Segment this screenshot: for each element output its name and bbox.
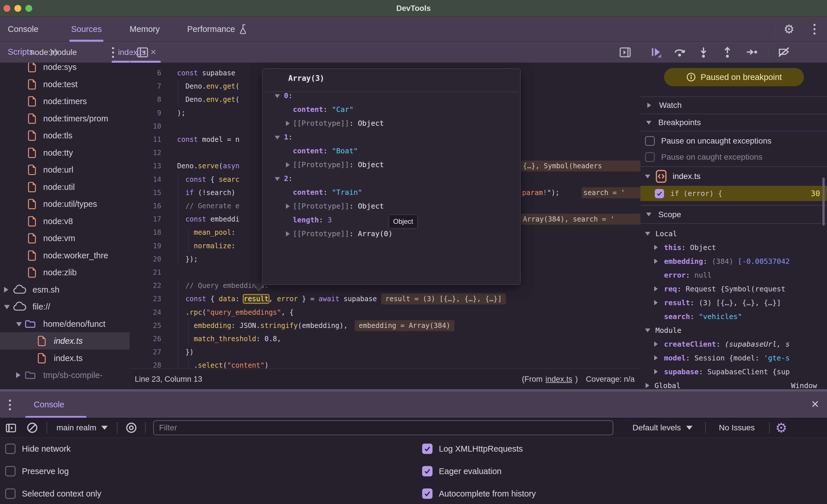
tree-item-node-timers-prom[interactable]: node:timers/prom xyxy=(0,110,130,127)
console-setting-eager-evaluation[interactable]: Eager evaluation xyxy=(422,465,502,477)
popup-row[interactable]: [[Prototype]]: Array(0) xyxy=(262,227,520,241)
breakpoint-checkbox[interactable] xyxy=(655,189,664,198)
collapsed-arrow-icon[interactable] xyxy=(16,372,20,378)
clear-console-icon[interactable] xyxy=(26,422,39,434)
checkbox[interactable] xyxy=(5,489,15,499)
tab-scripts[interactable]: Scripts xyxy=(8,47,34,57)
resume-icon[interactable] xyxy=(649,46,662,59)
close-drawer-icon[interactable]: × xyxy=(811,392,819,418)
expanded-arrow-icon[interactable] xyxy=(16,322,22,327)
expanded-arrow-icon[interactable] xyxy=(275,94,280,98)
scope-group-global[interactable]: GlobalWindow xyxy=(640,379,827,389)
checkbox[interactable] xyxy=(422,444,433,454)
line-number[interactable]: 28 xyxy=(130,359,161,369)
tree-item-node-v8[interactable]: node:v8 xyxy=(0,213,130,230)
section-watch[interactable]: Watch xyxy=(640,97,827,114)
line-number[interactable]: 8 xyxy=(130,93,161,106)
line-number[interactable]: 17 xyxy=(130,213,161,226)
line-number[interactable]: 11 xyxy=(130,133,161,146)
tab-memory[interactable]: Memory xyxy=(130,17,160,42)
collapsed-arrow-icon[interactable] xyxy=(654,341,658,347)
tree-item-index.ts[interactable]: index.ts xyxy=(0,349,130,367)
expanded-arrow-icon[interactable] xyxy=(275,177,280,181)
scope-var-createClient[interactable]: createClient: (supabaseUrl, s xyxy=(640,337,827,351)
tab-console-drawer[interactable]: Console xyxy=(34,392,64,418)
tab-performance[interactable]: Performance xyxy=(187,17,249,42)
code-line-25[interactable]: 25 embedding: JSON.stringify(embedding),… xyxy=(130,319,640,332)
tree-item-node-util[interactable]: node:util xyxy=(0,178,130,195)
editor-tab-node-module[interactable]: node:module xyxy=(30,42,77,63)
collapsed-arrow-icon[interactable] xyxy=(286,231,290,236)
console-filter-input[interactable] xyxy=(153,420,613,435)
collapsed-arrow-icon[interactable] xyxy=(654,259,658,264)
scope-var-model[interactable]: model: Session {model: 'gte-s xyxy=(640,351,827,365)
line-number[interactable]: 13 xyxy=(130,159,161,173)
tree-item-file-[interactable]: file:// xyxy=(0,298,130,315)
sidebar-kebab-icon[interactable] xyxy=(107,47,118,58)
checkbox[interactable] xyxy=(5,466,15,477)
popup-row[interactable]: content: "Boat" xyxy=(262,144,520,158)
line-number[interactable]: 23 xyxy=(130,292,161,305)
line-number[interactable]: 15 xyxy=(130,186,161,200)
console-sidebar-icon[interactable] xyxy=(5,422,17,434)
code-line-27[interactable]: 27 }) xyxy=(130,345,640,359)
code-line-23[interactable]: 23 const { data: result, error } = await… xyxy=(130,292,640,305)
exception-checkbox-row[interactable]: Pause on uncaught exceptions xyxy=(640,135,827,147)
collapsed-arrow-icon[interactable] xyxy=(654,245,658,250)
popup-row[interactable]: [[Prototype]]: Object xyxy=(262,200,520,213)
line-number[interactable]: 6 xyxy=(130,66,161,80)
tree-item-node-worker-thre[interactable]: node:worker_thre xyxy=(0,247,130,264)
context-selector[interactable]: main realm xyxy=(56,423,96,432)
line-number[interactable]: 14 xyxy=(130,173,161,186)
line-number[interactable]: 10 xyxy=(130,120,161,133)
popup-row[interactable]: 0: xyxy=(262,89,520,103)
scope-group-module[interactable]: Module xyxy=(640,323,827,337)
collapsed-arrow-icon[interactable] xyxy=(286,162,290,167)
line-number[interactable]: 26 xyxy=(130,332,161,345)
line-number[interactable]: 16 xyxy=(130,200,161,213)
collapsed-arrow-icon[interactable] xyxy=(4,287,8,292)
breakpoint-file-group[interactable]: index.ts xyxy=(640,168,827,185)
checkbox[interactable] xyxy=(645,152,655,162)
tree-item-node-test[interactable]: node:test xyxy=(0,76,130,93)
line-number[interactable]: 24 xyxy=(130,306,161,319)
popup-row[interactable]: [[Prototype]]: Object xyxy=(262,116,520,130)
live-expression-eye-icon[interactable] xyxy=(125,422,138,434)
line-number[interactable]: 21 xyxy=(130,266,161,279)
console-setting-preserve-log[interactable]: Preserve log xyxy=(5,465,69,477)
scope-var-embedding[interactable]: embedding: (384) [-0.00537042 xyxy=(640,254,827,268)
editor-tab-index-ts[interactable]: index.ts× xyxy=(118,42,156,63)
tab-console[interactable]: Console xyxy=(8,17,38,42)
checkbox[interactable] xyxy=(422,489,433,499)
collapsed-arrow-icon[interactable] xyxy=(286,121,290,126)
line-number[interactable]: 18 xyxy=(130,226,161,239)
tree-item-node-tty[interactable]: node:tty xyxy=(0,144,130,161)
expanded-arrow-icon[interactable] xyxy=(4,305,10,309)
line-number[interactable]: 22 xyxy=(130,279,161,292)
tree-item-index.ts[interactable]: index.ts xyxy=(0,332,130,349)
checkbox[interactable] xyxy=(645,136,655,146)
checkbox[interactable] xyxy=(5,444,15,454)
close-tab-icon[interactable]: × xyxy=(151,46,156,58)
step-icon[interactable] xyxy=(745,46,758,59)
scope-var-result[interactable]: result: (3) [{…}, {…}, {…}] xyxy=(640,296,827,310)
scope-var-error[interactable]: error: null xyxy=(640,268,827,282)
collapsed-arrow-icon[interactable] xyxy=(654,369,658,374)
tab-sources[interactable]: Sources xyxy=(71,17,102,42)
code-line-24[interactable]: 24 .rpc("query_embeddings", { xyxy=(130,306,640,319)
section-scope[interactable]: Scope xyxy=(640,206,827,223)
tree-item-node-zlib[interactable]: node:zlib xyxy=(0,264,130,281)
scope-group-local[interactable]: Local xyxy=(640,227,827,240)
popup-row[interactable]: content: "Car" xyxy=(262,103,520,116)
step-over-icon[interactable] xyxy=(673,46,686,59)
drawer-resize-handle[interactable] xyxy=(0,389,827,392)
collapsed-arrow-icon[interactable] xyxy=(654,355,658,360)
breakpoint-entry[interactable]: if (error) {30 xyxy=(640,186,827,201)
line-number[interactable]: 7 xyxy=(130,80,161,93)
console-setting-hide-network[interactable]: Hide network xyxy=(5,443,70,454)
issues-counter[interactable]: No Issues xyxy=(719,423,755,432)
section-breakpoints[interactable]: Breakpoints xyxy=(640,114,827,131)
tree-item-node-url[interactable]: node:url xyxy=(0,161,130,178)
source-map-link[interactable]: index.ts xyxy=(545,369,572,390)
collapsed-arrow-icon[interactable] xyxy=(654,286,658,291)
